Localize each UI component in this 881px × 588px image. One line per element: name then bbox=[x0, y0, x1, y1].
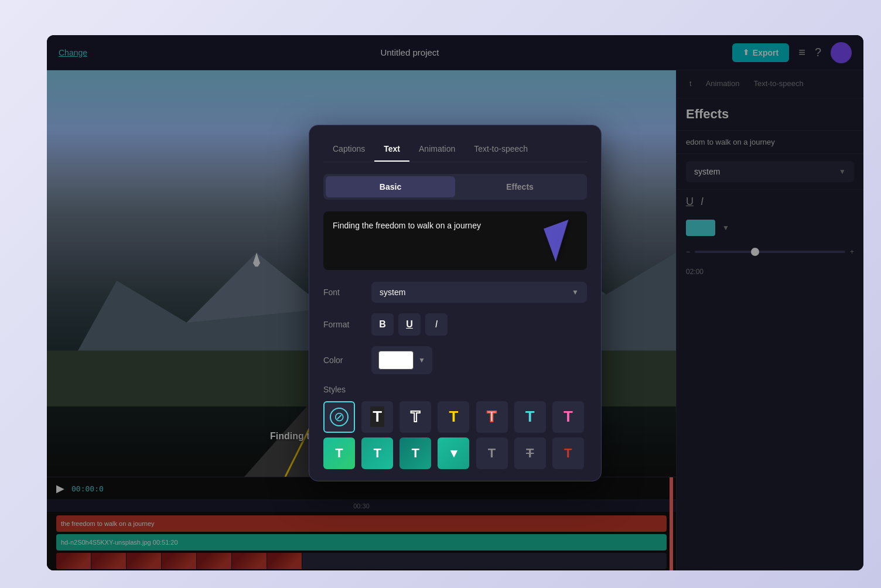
style-s1[interactable]: T bbox=[323, 437, 355, 469]
style-s4[interactable]: ▾ bbox=[438, 437, 469, 469]
modal-tab-animation[interactable]: Animation bbox=[409, 137, 465, 162]
text-content: Finding the freedom to walk on a journey bbox=[333, 221, 481, 230]
effects-toggle-btn[interactable]: Effects bbox=[455, 176, 585, 197]
modal-overlay: Captions Text Animation Text-to-speech B… bbox=[47, 35, 863, 570]
text-input-area[interactable]: Finding the freedom to walk on a journey bbox=[323, 211, 587, 270]
mode-toggle: Basic Effects bbox=[323, 174, 587, 200]
text-modal: Captions Text Animation Text-to-speech B… bbox=[309, 125, 602, 481]
modal-tab-tts[interactable]: Text-to-speech bbox=[465, 137, 537, 162]
styles-label: Styles bbox=[323, 385, 587, 394]
style-s5[interactable]: T bbox=[476, 437, 508, 469]
color-swatch bbox=[378, 351, 414, 370]
style-outline[interactable]: T bbox=[399, 401, 431, 433]
underline-btn[interactable]: U bbox=[398, 313, 421, 336]
style-cyan[interactable]: T bbox=[514, 401, 546, 433]
styles-grid-row2: T T T ▾ T T bbox=[323, 437, 587, 469]
font-label: Font bbox=[323, 288, 364, 297]
basic-toggle-btn[interactable]: Basic bbox=[326, 176, 455, 197]
font-dropdown-chevron: ▼ bbox=[572, 288, 579, 296]
format-label: Format bbox=[323, 320, 364, 329]
color-dropdown[interactable]: ▼ bbox=[371, 346, 432, 374]
modal-tab-text[interactable]: Text bbox=[374, 137, 409, 162]
style-s6[interactable]: T bbox=[514, 437, 546, 469]
italic-btn[interactable]: I bbox=[425, 313, 448, 336]
cursor-pointer bbox=[544, 220, 580, 262]
no-style-icon: ⊘ bbox=[330, 408, 349, 426]
style-yellow[interactable]: T bbox=[438, 401, 469, 433]
font-dropdown[interactable]: system ▼ bbox=[371, 282, 587, 303]
modal-tab-captions[interactable]: Captions bbox=[323, 137, 374, 162]
styles-grid-row1: ⊘ T T T T T bbox=[323, 401, 587, 433]
style-none[interactable]: ⊘ bbox=[323, 401, 355, 433]
color-label: Color bbox=[323, 355, 364, 365]
style-s2[interactable]: T bbox=[361, 437, 393, 469]
bold-btn[interactable]: B bbox=[371, 313, 394, 336]
color-chevron: ▼ bbox=[418, 356, 425, 364]
style-pink[interactable]: T bbox=[552, 401, 584, 433]
style-red-outline[interactable]: T bbox=[476, 401, 508, 433]
style-s7[interactable]: T bbox=[552, 437, 584, 469]
style-solid[interactable]: T bbox=[361, 401, 393, 433]
style-s3[interactable]: T bbox=[399, 437, 431, 469]
